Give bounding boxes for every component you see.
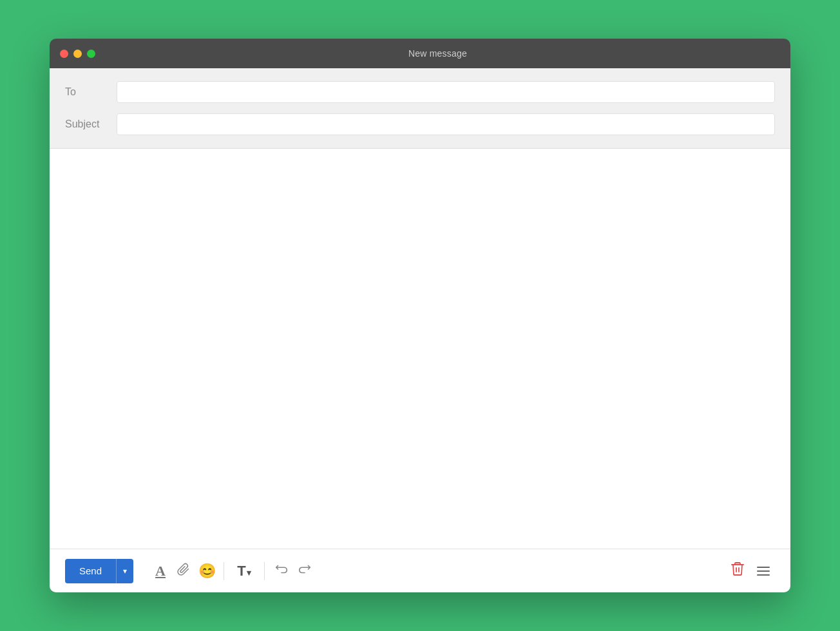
- subject-field-row: Subject: [65, 108, 775, 140]
- font-size-button[interactable]: T▾: [229, 560, 259, 583]
- close-button[interactable]: [60, 50, 68, 58]
- send-button[interactable]: Send: [65, 559, 116, 583]
- compose-area[interactable]: [50, 149, 790, 549]
- toolbar-divider-2: [264, 562, 265, 580]
- send-dropdown-button[interactable]: ▾: [116, 559, 133, 583]
- minimize-button[interactable]: [73, 50, 82, 58]
- delete-button[interactable]: [726, 560, 749, 583]
- to-label: To: [65, 86, 117, 98]
- compose-window: New message To Subject Send ▾ A: [50, 39, 790, 592]
- emoji-icon: 😊: [198, 563, 216, 579]
- undo-button[interactable]: [270, 560, 293, 583]
- attach-icon: [177, 562, 190, 579]
- chevron-down-icon: ▾: [123, 567, 127, 576]
- attach-button[interactable]: [172, 560, 195, 583]
- to-input[interactable]: [117, 81, 775, 103]
- window-title: New message: [95, 48, 780, 59]
- maximize-button[interactable]: [87, 50, 95, 58]
- undo-icon: [274, 562, 289, 579]
- font-size-icon: T▾: [237, 563, 251, 579]
- format-text-button[interactable]: A: [149, 560, 172, 583]
- toolbar-divider-1: [224, 562, 224, 580]
- more-options-icon: [754, 564, 772, 578]
- subject-label: Subject: [65, 118, 117, 130]
- toolbar: Send ▾ A 😊 T▾: [50, 549, 790, 592]
- titlebar: New message: [50, 39, 790, 68]
- redo-button[interactable]: [293, 560, 316, 583]
- redo-icon: [298, 562, 312, 579]
- trash-icon: [730, 561, 745, 581]
- message-body[interactable]: [65, 159, 775, 538]
- more-options-button[interactable]: [752, 560, 775, 583]
- subject-input[interactable]: [117, 113, 775, 135]
- toolbar-right: [726, 560, 775, 583]
- to-field-row: To: [65, 76, 775, 108]
- format-text-icon: A: [155, 563, 166, 579]
- traffic-lights: [60, 50, 95, 58]
- emoji-button[interactable]: 😊: [195, 560, 218, 583]
- header-fields: To Subject: [50, 68, 790, 149]
- send-button-group: Send ▾: [65, 559, 133, 583]
